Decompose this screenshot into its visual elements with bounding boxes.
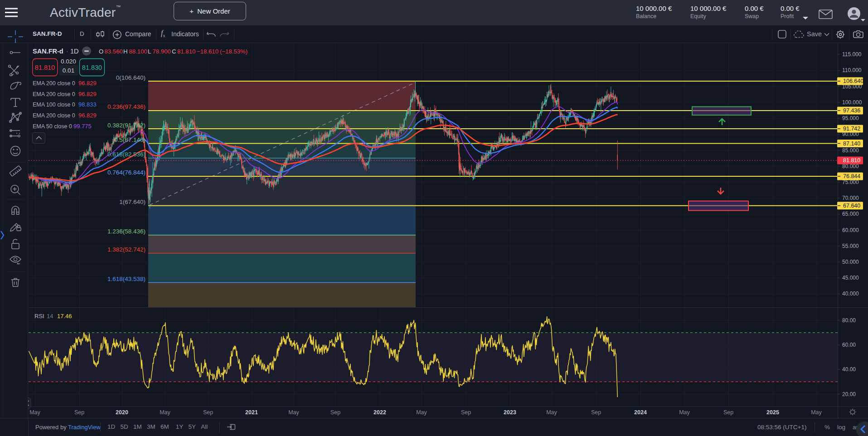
svg-text:1.382(52.742): 1.382(52.742) — [107, 246, 145, 253]
svg-text:O83.560H88.100L78.900C81.810−1: O83.560H88.100L78.900C81.810−18.610(−18.… — [99, 48, 247, 55]
svg-text:14: 14 — [47, 313, 53, 320]
svg-text:0.5(87.140): 0.5(87.140) — [114, 136, 145, 143]
svg-text:May: May — [416, 409, 427, 416]
svg-text:1D: 1D — [70, 48, 79, 55]
svg-text:2022: 2022 — [373, 409, 386, 416]
svg-text:EMA 200 close 0: EMA 200 close 0 — [33, 112, 75, 119]
svg-text:May: May — [29, 409, 40, 416]
svg-text:May: May — [288, 409, 299, 416]
svg-text:Sep: Sep — [591, 409, 601, 416]
svg-text:85.000: 85.000 — [842, 147, 859, 154]
svg-text:100.000: 100.000 — [842, 99, 862, 106]
svg-text:20.00: 20.00 — [842, 391, 856, 397]
svg-text:96.829: 96.829 — [78, 91, 97, 97]
svg-text:40.000: 40.000 — [842, 291, 859, 297]
svg-text:EMA 200 close 0: EMA 200 close 0 — [33, 91, 75, 97]
svg-text:70.000: 70.000 — [842, 195, 859, 201]
svg-text:98.833: 98.833 — [78, 101, 97, 108]
svg-text:May: May — [811, 409, 822, 416]
svg-text:0.618(82.536): 0.618(82.536) — [107, 151, 145, 158]
svg-text:1(67.640): 1(67.640) — [119, 199, 145, 205]
svg-text:Sep: Sep — [330, 409, 340, 416]
svg-text:80.00: 80.00 — [842, 317, 856, 324]
svg-text:99.775: 99.775 — [73, 123, 92, 130]
svg-text:Sep: Sep — [461, 409, 471, 416]
svg-text:0(106.640): 0(106.640) — [116, 74, 145, 81]
svg-text:96.829: 96.829 — [78, 80, 97, 87]
svg-text:106.640: 106.640 — [843, 78, 863, 84]
svg-text:EMA 200 close 0: EMA 200 close 0 — [33, 80, 75, 87]
svg-text:May: May — [160, 409, 170, 416]
svg-text:81.810: 81.810 — [35, 64, 55, 71]
svg-text:95.000: 95.000 — [842, 115, 859, 121]
svg-text:SAN.FR-d: SAN.FR-d — [33, 48, 63, 55]
svg-text:45.000: 45.000 — [842, 275, 859, 281]
svg-text:EMA 50 close 0: EMA 50 close 0 — [33, 123, 72, 130]
svg-text:65.000: 65.000 — [842, 211, 859, 217]
svg-text:Sep: Sep — [723, 409, 733, 416]
svg-text:96.829: 96.829 — [78, 112, 97, 119]
svg-text:40.00: 40.00 — [842, 366, 856, 373]
svg-text:76.844: 76.844 — [843, 173, 860, 179]
svg-text:60.00: 60.00 — [842, 342, 856, 348]
svg-text:1.618(43.538): 1.618(43.538) — [107, 276, 145, 282]
svg-text:May: May — [679, 409, 690, 416]
svg-text:2025: 2025 — [766, 409, 779, 416]
svg-text:60.000: 60.000 — [842, 227, 859, 233]
svg-text:2020: 2020 — [116, 409, 128, 416]
svg-text:55.000: 55.000 — [842, 243, 859, 249]
svg-text:0.382(91.742): 0.382(91.742) — [107, 122, 145, 129]
svg-text:0.020: 0.020 — [61, 58, 76, 65]
svg-text:Sep: Sep — [203, 409, 213, 416]
svg-text:Sep: Sep — [74, 409, 84, 416]
svg-text:2021: 2021 — [245, 409, 258, 416]
svg-text:EMA 100 close 0: EMA 100 close 0 — [33, 102, 75, 108]
svg-text:91.742: 91.742 — [843, 126, 860, 132]
svg-text:2023: 2023 — [504, 409, 516, 416]
svg-text:·: · — [66, 48, 68, 55]
svg-text:0.01: 0.01 — [63, 67, 74, 74]
svg-text:97.436: 97.436 — [843, 107, 860, 114]
svg-text:May: May — [546, 409, 557, 416]
svg-text:50.000: 50.000 — [842, 259, 859, 265]
svg-text:81.810: 81.810 — [843, 157, 860, 164]
svg-text:17.46: 17.46 — [57, 313, 72, 320]
svg-text:110.000: 110.000 — [842, 67, 862, 73]
svg-text:115.000: 115.000 — [842, 51, 862, 58]
svg-text:0.236(97.436): 0.236(97.436) — [107, 103, 145, 110]
svg-text:2024: 2024 — [634, 409, 647, 416]
svg-text:87.140: 87.140 — [843, 140, 860, 147]
svg-text:0.764(76.844): 0.764(76.844) — [107, 169, 145, 176]
svg-text:67.640: 67.640 — [843, 203, 860, 209]
svg-text:1.236(58.436): 1.236(58.436) — [107, 228, 145, 235]
svg-text:RSI: RSI — [34, 313, 44, 320]
svg-text:81.830: 81.830 — [82, 64, 102, 71]
